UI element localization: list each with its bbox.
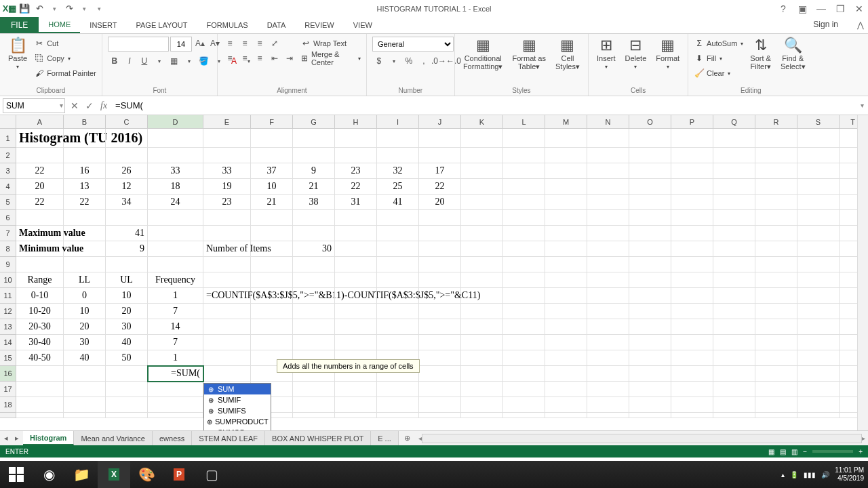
sort-filter-button[interactable]: ⇅Sort &Filter▾: [747, 37, 774, 72]
cell-P13[interactable]: [671, 319, 713, 335]
number-format-select[interactable]: General: [372, 37, 454, 52]
cell-D10[interactable]: Frequency: [148, 272, 203, 288]
column-header-L[interactable]: L: [503, 115, 545, 129]
cell-P2[interactable]: [671, 148, 713, 163]
cell-F9[interactable]: [251, 257, 293, 272]
cell-G1[interactable]: [293, 129, 335, 148]
cell-G12[interactable]: [293, 304, 335, 319]
cell-D15[interactable]: 1: [148, 350, 203, 366]
paint-icon[interactable]: 🎨: [130, 461, 163, 488]
cell-A18[interactable]: [16, 397, 64, 413]
cell-J11[interactable]: [419, 288, 461, 304]
cell-I5[interactable]: 41: [377, 195, 419, 210]
row-header-14[interactable]: 14: [0, 335, 16, 350]
cell-B16[interactable]: [64, 366, 106, 382]
spreadsheet-grid[interactable]: ABCDEFGHIJKLMNOPQRST 1Histogram (TU 2016…: [0, 115, 868, 430]
cell-F13[interactable]: [251, 319, 293, 335]
cell-K9[interactable]: [461, 257, 503, 272]
cell-Q14[interactable]: [713, 335, 755, 350]
cell-Q18[interactable]: [713, 397, 755, 413]
cell-F4[interactable]: 10: [251, 179, 293, 195]
enter-formula-icon[interactable]: ✓: [85, 100, 94, 111]
cell-F10[interactable]: [251, 272, 293, 288]
autosum-button[interactable]: ΣAutoSum▾: [694, 37, 743, 50]
cell-F7[interactable]: [251, 226, 293, 241]
cell-S8[interactable]: [797, 241, 840, 257]
cell-K3[interactable]: [461, 163, 503, 179]
cell-E7[interactable]: [203, 226, 251, 241]
cell-B1[interactable]: [64, 129, 106, 148]
cell-Q17[interactable]: [713, 382, 755, 397]
cell-I9[interactable]: [377, 257, 419, 272]
font-size-select[interactable]: [170, 37, 192, 52]
cell-R7[interactable]: [755, 226, 797, 241]
cell-I6[interactable]: [377, 210, 419, 226]
row-header-6[interactable]: 6: [0, 210, 16, 226]
cell-Q6[interactable]: [713, 210, 755, 226]
cell-S4[interactable]: [797, 179, 840, 195]
cell-A10[interactable]: Range: [16, 272, 64, 288]
volume-icon[interactable]: 🔊: [821, 471, 829, 479]
cell-M5[interactable]: [545, 195, 587, 210]
file-tab[interactable]: FILE: [0, 17, 39, 33]
cell-M14[interactable]: [545, 335, 587, 350]
font-name-select[interactable]: [108, 37, 169, 52]
row-header-5[interactable]: 5: [0, 195, 16, 210]
cell-S16[interactable]: [797, 366, 840, 382]
cell-G19[interactable]: [293, 413, 335, 418]
cell-L1[interactable]: [503, 129, 545, 148]
column-header-F[interactable]: F: [251, 115, 293, 129]
cell-E1[interactable]: [203, 129, 251, 148]
cell-D3[interactable]: 33: [148, 163, 203, 179]
cell-G3[interactable]: 9: [293, 163, 335, 179]
cell-F5[interactable]: 21: [251, 195, 293, 210]
minimize-icon[interactable]: —: [814, 3, 829, 14]
row-header-10[interactable]: 10: [0, 272, 16, 288]
cell-Q5[interactable]: [713, 195, 755, 210]
cell-I8[interactable]: [377, 241, 419, 257]
cell-H6[interactable]: [335, 210, 377, 226]
cell-M18[interactable]: [545, 397, 587, 413]
cell-A12[interactable]: 10-20: [16, 304, 64, 319]
cell-K2[interactable]: [461, 148, 503, 163]
cell-A3[interactable]: 22: [16, 163, 64, 179]
cell-G17[interactable]: [293, 382, 335, 397]
cell-G11[interactable]: [293, 288, 335, 304]
underline-dropdown-icon[interactable]: ▾: [153, 54, 166, 68]
cell-M7[interactable]: [545, 226, 587, 241]
clock[interactable]: 11:01 PM 4/5/2019: [835, 466, 864, 483]
cell-H1[interactable]: [335, 129, 377, 148]
cell-B14[interactable]: 30: [64, 335, 106, 350]
cell-C12[interactable]: 20: [106, 304, 148, 319]
cell-F14[interactable]: [251, 335, 293, 350]
cell-Q9[interactable]: [713, 257, 755, 272]
sheet-tab-1[interactable]: Mean and Variance: [74, 431, 153, 445]
cell-S3[interactable]: [797, 163, 840, 179]
cell-P3[interactable]: [671, 163, 713, 179]
cell-M12[interactable]: [545, 304, 587, 319]
cell-M2[interactable]: [545, 148, 587, 163]
formula-expand-icon[interactable]: ▾: [856, 102, 868, 109]
cell-J17[interactable]: [419, 382, 461, 397]
border-button[interactable]: ▦: [167, 54, 181, 68]
cell-S14[interactable]: [797, 335, 840, 350]
cell-N14[interactable]: [587, 335, 629, 350]
cell-M15[interactable]: [545, 350, 587, 366]
cell-Q1[interactable]: [713, 129, 755, 148]
cell-E9[interactable]: [203, 257, 251, 272]
cell-K4[interactable]: [461, 179, 503, 195]
cell-N10[interactable]: [587, 272, 629, 288]
cell-R4[interactable]: [755, 179, 797, 195]
cell-B11[interactable]: 0: [64, 288, 106, 304]
cell-L6[interactable]: [503, 210, 545, 226]
cell-D18[interactable]: [148, 397, 203, 413]
cell-N4[interactable]: [587, 179, 629, 195]
cell-A7[interactable]: Maximum value: [16, 226, 64, 241]
column-header-O[interactable]: O: [629, 115, 671, 129]
normal-view-icon[interactable]: ▦: [768, 448, 774, 455]
cell-F12[interactable]: [251, 304, 293, 319]
qat-customize-icon[interactable]: ▾: [92, 2, 106, 16]
cell-A17[interactable]: [16, 382, 64, 397]
cell-B10[interactable]: LL: [64, 272, 106, 288]
cell-O14[interactable]: [629, 335, 671, 350]
